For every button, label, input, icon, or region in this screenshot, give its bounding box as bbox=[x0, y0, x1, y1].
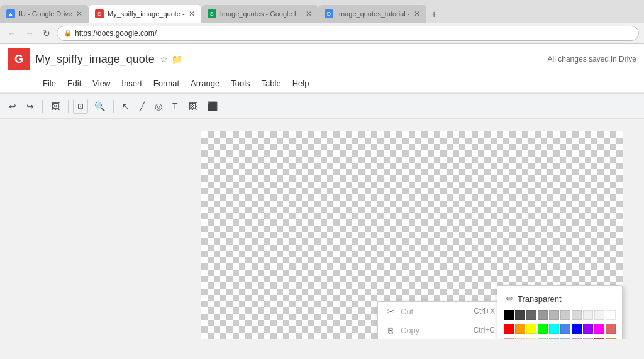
transparent-option[interactable]: ✏ Transparent bbox=[504, 292, 616, 305]
color-gray2[interactable] bbox=[526, 310, 536, 320]
google-drive-favicon: ▲ bbox=[6, 9, 15, 18]
fit-button[interactable]: ⊡ bbox=[73, 99, 88, 114]
color-gray4[interactable] bbox=[549, 310, 559, 320]
tab-label-tutorial: Image_quotes_tutorial - bbox=[337, 10, 410, 18]
copy-icon: ⎘ bbox=[386, 325, 396, 335]
address-bar[interactable]: 🔒 https://docs.google.com/ bbox=[57, 26, 639, 41]
color-r2[interactable] bbox=[515, 338, 525, 339]
menu-tools[interactable]: Tools bbox=[226, 76, 255, 91]
color-r4[interactable] bbox=[538, 338, 548, 339]
menu-format[interactable]: Format bbox=[148, 76, 184, 91]
menu-help[interactable]: Help bbox=[287, 76, 314, 91]
menu-view[interactable]: View bbox=[87, 76, 115, 91]
color-cornflower[interactable] bbox=[560, 324, 570, 334]
tab-label-drive: IU - Google Drive bbox=[19, 10, 72, 18]
color-light-red[interactable] bbox=[606, 324, 616, 334]
lock-icon: 🔒 bbox=[64, 29, 72, 37]
tab-close-image-quotes[interactable]: ✕ bbox=[306, 9, 312, 18]
color-r9[interactable] bbox=[594, 338, 604, 339]
color-green[interactable] bbox=[538, 324, 548, 334]
back-button[interactable]: ← bbox=[5, 27, 19, 40]
color-r1[interactable] bbox=[504, 338, 514, 339]
toolbar-separator-2 bbox=[68, 100, 69, 113]
folder-icon[interactable]: 📁 bbox=[172, 54, 182, 64]
transparent-label: Transparent bbox=[518, 294, 562, 304]
color-r3[interactable] bbox=[526, 338, 536, 339]
star-icon[interactable]: ☆ bbox=[160, 54, 168, 64]
paint-format-button[interactable]: 🖾 bbox=[47, 99, 64, 114]
toolbar-separator-1 bbox=[42, 100, 43, 113]
tab-close-spiffy[interactable]: ✕ bbox=[189, 9, 195, 18]
docs-favicon: D bbox=[325, 9, 333, 18]
context-menu-cut[interactable]: ✂ Cut Ctrl+X bbox=[378, 302, 502, 321]
menu-bar: File Edit View Insert Format Arrange Too… bbox=[0, 74, 644, 93]
undo-button[interactable]: ↩ bbox=[5, 99, 20, 114]
line-button[interactable]: ╱ bbox=[136, 99, 148, 114]
video-button[interactable]: ⬛ bbox=[203, 99, 221, 114]
redo-button[interactable]: ↪ bbox=[23, 99, 38, 114]
browser-chrome: ▲ IU - Google Drive ✕ S My_spiffy_image_… bbox=[0, 0, 644, 44]
color-blue[interactable] bbox=[572, 324, 582, 334]
zoom-button[interactable]: 🔍 bbox=[91, 99, 109, 114]
tab-close-tutorial[interactable]: ✕ bbox=[414, 9, 420, 18]
color-gray3[interactable] bbox=[538, 310, 548, 320]
color-r10[interactable] bbox=[606, 338, 616, 339]
color-orange[interactable] bbox=[515, 324, 525, 334]
color-gray8[interactable] bbox=[594, 310, 604, 320]
app-header: G My_spiffy_image_quote ☆ 📁 All changes … bbox=[0, 44, 644, 94]
forward-button[interactable]: → bbox=[23, 27, 36, 40]
color-gray6[interactable] bbox=[572, 310, 582, 320]
select-button[interactable]: ↖ bbox=[118, 99, 133, 114]
cut-label: Cut bbox=[401, 307, 413, 316]
sheets-favicon: S bbox=[208, 9, 216, 18]
color-r6[interactable] bbox=[560, 338, 570, 339]
tab-tutorial[interactable]: D Image_quotes_tutorial - ✕ bbox=[318, 5, 426, 23]
cut-shortcut: Ctrl+X bbox=[474, 307, 495, 316]
tab-close-drive[interactable]: ✕ bbox=[76, 9, 82, 18]
tab-bar: ▲ IU - Google Drive ✕ S My_spiffy_image_… bbox=[0, 0, 644, 23]
color-r8[interactable] bbox=[583, 338, 593, 339]
tab-label-image-quotes: Image_quotes - Google I... bbox=[220, 10, 302, 18]
color-purple[interactable] bbox=[583, 324, 593, 334]
color-r5[interactable] bbox=[549, 338, 559, 339]
context-menu: ✂ Cut Ctrl+X ⎘ Copy Ctrl+C 📋 Paste Ctrl+… bbox=[377, 301, 503, 339]
shape-button[interactable]: ◎ bbox=[151, 99, 166, 114]
toolbar-separator-3 bbox=[113, 100, 114, 113]
tab-label-spiffy: My_spiffy_image_quote - bbox=[108, 10, 185, 18]
address-bar-row: ← → ↻ 🔒 https://docs.google.com/ bbox=[0, 23, 644, 44]
color-white[interactable] bbox=[606, 310, 616, 320]
canvas-area[interactable]: ✂ Cut Ctrl+X ⎘ Copy Ctrl+C 📋 Paste Ctrl+… bbox=[0, 119, 644, 339]
color-red[interactable] bbox=[504, 324, 514, 334]
saved-status: All changes saved in Drive bbox=[548, 55, 636, 64]
color-cyan[interactable] bbox=[549, 324, 559, 334]
color-r7[interactable] bbox=[572, 338, 582, 339]
refresh-button[interactable]: ↻ bbox=[40, 27, 53, 40]
color-grid-row3 bbox=[504, 338, 616, 339]
menu-file[interactable]: File bbox=[38, 76, 61, 91]
cut-icon: ✂ bbox=[386, 306, 396, 316]
tab-image-quotes[interactable]: S Image_quotes - Google I... ✕ bbox=[201, 5, 318, 23]
color-magenta[interactable] bbox=[594, 324, 604, 334]
color-black[interactable] bbox=[504, 310, 514, 320]
copy-shortcut: Ctrl+C bbox=[474, 326, 495, 334]
slides-favicon: S bbox=[95, 9, 104, 18]
app-logo: G bbox=[8, 48, 30, 70]
color-picker: ✏ Transparent bbox=[497, 285, 623, 339]
new-tab-button[interactable]: + bbox=[426, 6, 442, 23]
tab-spiffy[interactable]: S My_spiffy_image_quote - ✕ bbox=[89, 5, 201, 23]
transparent-icon: ✏ bbox=[506, 294, 514, 304]
color-grid-row2 bbox=[504, 324, 616, 334]
tab-google-drive[interactable]: ▲ IU - Google Drive ✕ bbox=[0, 5, 89, 23]
menu-arrange[interactable]: Arrange bbox=[186, 76, 225, 91]
menu-table[interactable]: Table bbox=[257, 76, 286, 91]
menu-insert[interactable]: Insert bbox=[116, 76, 147, 91]
color-yellow[interactable] bbox=[526, 324, 536, 334]
text-button[interactable]: T bbox=[169, 99, 182, 114]
menu-edit[interactable]: Edit bbox=[62, 76, 86, 91]
image-button[interactable]: 🖼 bbox=[184, 99, 201, 114]
color-gray7[interactable] bbox=[583, 310, 593, 320]
color-gray5[interactable] bbox=[560, 310, 570, 320]
color-gray1[interactable] bbox=[515, 310, 525, 320]
context-menu-copy[interactable]: ⎘ Copy Ctrl+C bbox=[378, 321, 502, 339]
color-grid-row1 bbox=[504, 310, 616, 320]
